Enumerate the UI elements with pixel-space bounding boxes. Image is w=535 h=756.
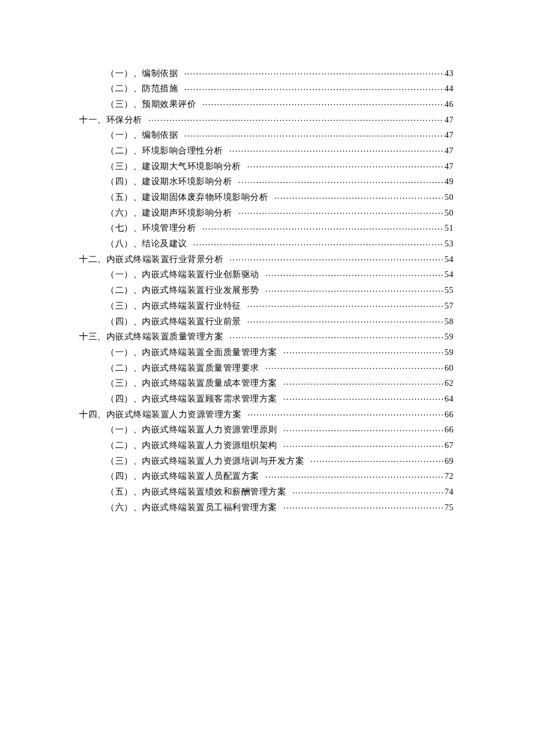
toc-entry-page: 69	[445, 457, 454, 465]
toc-entry-label: （四）、内嵌式终端装置人员配置方案	[106, 472, 264, 481]
toc-section-line: 十二、内嵌式终端装置行业背景分析 54	[79, 253, 454, 263]
toc-entry-prefix: （三）、	[106, 456, 142, 465]
toc-dot-leader	[248, 409, 444, 417]
toc-entry-prefix: （二）、	[106, 440, 142, 450]
toc-dot-leader	[283, 501, 443, 510]
toc-dot-leader	[247, 316, 443, 324]
toc-entry-title: 内嵌式终端装置人力资源组织架构	[142, 440, 277, 450]
toc-entry-page: 47	[445, 131, 454, 139]
toc-entry-prefix: （二）、	[106, 363, 142, 372]
toc-entry-page: 47	[445, 116, 454, 124]
toc-entry-title: 编制依据	[142, 130, 178, 139]
toc-entry-prefix: （三）、	[106, 301, 142, 310]
toc-entry-prefix: （三）、	[106, 162, 142, 171]
toc-entry-title: 预期效果评价	[142, 99, 196, 109]
toc-dot-leader	[274, 192, 444, 200]
toc-entry-label: （三）、建设期大气环境影响分析	[106, 162, 246, 171]
toc-subsection-line: （三）、内嵌式终端装置人力资源培训与开发方案 69	[106, 455, 454, 465]
toc-subsection-line: （三）、内嵌式终端装置行业特征 57	[106, 300, 454, 310]
toc-entry-title: 环保分析	[106, 115, 142, 124]
toc-entry-prefix: （一）、	[106, 347, 142, 357]
toc-entry-label: （四）、建设期水环境影响分析	[106, 177, 237, 186]
toc-dot-leader	[184, 130, 444, 138]
toc-entry-prefix: （一）、	[106, 270, 142, 279]
toc-entry-page: 43	[445, 69, 454, 78]
toc-entry-title: 建设期水环境影响分析	[142, 177, 232, 186]
toc-dot-leader	[283, 424, 443, 433]
toc-dot-leader	[283, 393, 443, 402]
toc-entry-label: （四）、内嵌式终端装置顾客需求管理方案	[106, 395, 282, 403]
toc-entry-title: 内嵌式终端装置人力资源管理方案	[106, 410, 242, 419]
toc-subsection-line: （二）、防范措施 44	[106, 83, 454, 93]
toc-entry-label: （三）、内嵌式终端装置行业特征	[106, 302, 246, 310]
toc-entry-page: 54	[445, 270, 454, 279]
toc-entry-page: 66	[445, 410, 454, 419]
toc-entry-title: 建设期声环境影响分析	[142, 208, 232, 217]
toc-entry-title: 内嵌式终端装置人员配置方案	[142, 471, 259, 481]
toc-entry-prefix: （二）、	[106, 285, 142, 295]
toc-entry-title: 内嵌式终端装置质量管理方案	[106, 332, 224, 341]
toc-subsection-line: （八）、结论及建议 53	[106, 238, 454, 248]
toc-entry-page: 67	[445, 441, 454, 450]
toc-entry-title: 内嵌式终端装置人力资源管理原则	[142, 425, 277, 434]
toc-entry-prefix: （一）、	[106, 130, 142, 139]
toc-entry-title: 内嵌式终端装置全面质量管理方案	[142, 347, 277, 357]
toc-entry-page: 47	[445, 162, 454, 171]
toc-entry-page: 44	[445, 84, 454, 93]
toc-entry-title: 内嵌式终端装置行业背景分析	[106, 255, 224, 264]
toc-entry-label: 十一、环保分析	[79, 116, 147, 124]
toc-dot-leader	[202, 223, 444, 231]
toc-entry-page: 62	[445, 379, 454, 388]
toc-subsection-line: （六）、内嵌式终端装置员工福利管理方案 75	[106, 501, 454, 511]
toc-entry-title: 内嵌式终端装置行业前景	[142, 317, 241, 326]
toc-entry-page: 55	[445, 286, 454, 295]
toc-entry-title: 内嵌式终端装置顾客需求管理方案	[142, 394, 277, 403]
toc-subsection-line: （四）、内嵌式终端装置人员配置方案 72	[106, 471, 454, 481]
toc-dot-leader	[202, 98, 444, 107]
toc-entry-prefix: （六）、	[106, 208, 142, 217]
toc-entry-prefix: 十二、	[79, 255, 106, 264]
toc-subsection-line: （三）、建设期大气环境影响分析 47	[106, 160, 454, 170]
toc-entry-label: （四）、内嵌式终端装置行业前景	[106, 317, 246, 326]
toc-entry-label: （三）、内嵌式终端装置人力资源培训与开发方案	[106, 457, 309, 465]
toc-entry-title: 内嵌式终端装置质量管理要求	[142, 363, 259, 372]
toc-entry-page: 57	[445, 302, 454, 310]
toc-entry-page: 46	[445, 100, 454, 109]
toc-subsection-line: （一）、编制依据 47	[106, 130, 454, 139]
toc-subsection-line: （三）、预期效果评价 46	[106, 98, 454, 108]
toc-entry-label: （八）、结论及建议	[106, 239, 192, 248]
toc-entry-prefix: （四）、	[106, 317, 142, 326]
toc-page: （一）、编制依据 43（二）、防范措施 44（三）、预期效果评价 46十一、环保…	[0, 0, 535, 511]
toc-entry-label: 十二、内嵌式终端装置行业背景分析	[79, 255, 229, 264]
toc-dot-leader	[293, 486, 444, 495]
toc-subsection-line: （五）、内嵌式终端装置绩效和薪酬管理方案 74	[106, 486, 454, 496]
toc-entry-prefix: （四）、	[106, 471, 142, 481]
toc-subsection-line: （四）、建设期水环境影响分析 49	[106, 176, 454, 186]
toc-subsection-line: （六）、建设期声环境影响分析 50	[106, 207, 454, 217]
toc-entry-prefix: （二）、	[106, 84, 142, 93]
toc-dot-leader	[184, 83, 444, 92]
toc-section-line: 十四、内嵌式终端装置人力资源管理方案 66	[79, 409, 454, 418]
toc-entry-title: 内嵌式终端装置行业创新驱动	[142, 270, 259, 279]
toc-entry-prefix: （二）、	[106, 146, 142, 155]
toc-subsection-line: （五）、建设期固体废弃物环境影响分析 50	[106, 192, 454, 202]
toc-entry-title: 建设期大气环境影响分析	[142, 162, 241, 171]
toc-entry-page: 60	[445, 364, 454, 372]
toc-entry-label: （一）、编制依据	[106, 131, 183, 139]
toc-entry-title: 内嵌式终端装置行业发展形势	[142, 285, 259, 295]
toc-dot-leader	[265, 471, 443, 479]
toc-dot-leader	[247, 300, 443, 309]
toc-entry-page: 72	[445, 472, 454, 481]
toc-dot-leader	[265, 269, 443, 278]
toc-entry-title: 环境影响合理性分析	[142, 146, 223, 155]
toc-entry-prefix: （三）、	[106, 99, 142, 109]
toc-entry-label: （一）、编制依据	[106, 69, 183, 78]
toc-entry-prefix: （六）、	[106, 503, 142, 512]
toc-dot-leader	[311, 455, 444, 464]
toc-entry-title: 内嵌式终端装置行业特征	[142, 301, 241, 310]
toc-entry-label: （一）、内嵌式终端装置全面质量管理方案	[106, 348, 282, 357]
toc-entry-page: 59	[445, 332, 454, 341]
toc-entry-label: （二）、环境影响合理性分析	[106, 146, 228, 155]
toc-entry-prefix: （四）、	[106, 177, 142, 186]
toc-entry-page: 66	[445, 425, 454, 434]
